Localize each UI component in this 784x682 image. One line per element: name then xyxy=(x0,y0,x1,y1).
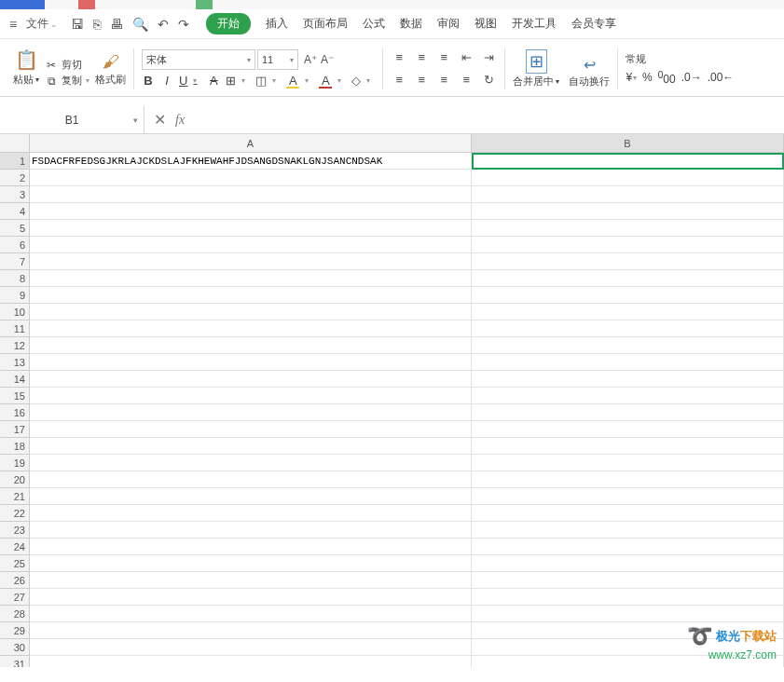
print-preview-icon[interactable]: 🔍 xyxy=(132,17,148,32)
cell[interactable] xyxy=(30,488,472,505)
cell[interactable] xyxy=(472,304,784,321)
cell[interactable] xyxy=(472,622,784,639)
row-header[interactable]: 13 xyxy=(0,354,30,371)
cell[interactable] xyxy=(30,589,472,606)
menu-icon[interactable]: ≡ xyxy=(7,17,19,32)
cell[interactable] xyxy=(472,639,784,656)
font-name-select[interactable]: 宋体▾ xyxy=(142,49,255,70)
cell[interactable] xyxy=(30,455,472,471)
cell[interactable] xyxy=(472,589,784,606)
row-header[interactable]: 7 xyxy=(0,253,30,270)
fx-icon[interactable]: fx xyxy=(175,113,185,128)
cell[interactable] xyxy=(30,321,472,337)
cell[interactable] xyxy=(472,488,784,505)
cell[interactable] xyxy=(472,371,784,388)
underline-button[interactable]: U▾ xyxy=(179,74,201,88)
select-all-corner[interactable] xyxy=(0,134,30,153)
cell[interactable] xyxy=(30,505,472,522)
cell[interactable] xyxy=(472,388,784,404)
row-header[interactable]: 10 xyxy=(0,304,30,321)
tab-data[interactable]: 数据 xyxy=(400,16,422,32)
tab-page-layout[interactable]: 页面布局 xyxy=(303,16,348,32)
row-header[interactable]: 27 xyxy=(0,589,30,606)
row-header[interactable]: 19 xyxy=(0,455,30,471)
cell[interactable] xyxy=(472,287,784,304)
tab-review[interactable]: 审阅 xyxy=(437,16,460,32)
indent-decrease-icon[interactable]: ⇤ xyxy=(458,50,475,64)
paste-button[interactable]: 📋 粘贴▾ xyxy=(13,48,39,89)
tab-formula[interactable]: 公式 xyxy=(363,16,385,32)
row-header[interactable]: 21 xyxy=(0,488,30,505)
cell[interactable] xyxy=(30,304,472,321)
cell[interactable] xyxy=(30,639,472,656)
formula-input[interactable] xyxy=(194,106,784,133)
row-header[interactable]: 1 xyxy=(0,153,30,170)
italic-button[interactable]: I xyxy=(160,74,173,88)
cell[interactable] xyxy=(30,622,472,639)
cell[interactable] xyxy=(30,287,472,304)
cell[interactable] xyxy=(30,388,472,404)
align-center-icon[interactable]: ≡ xyxy=(413,73,430,87)
style-button[interactable]: ◫▾ xyxy=(255,74,281,88)
cell[interactable] xyxy=(472,656,784,667)
cell[interactable] xyxy=(30,438,472,455)
cell[interactable] xyxy=(472,404,784,421)
undo-icon[interactable]: ↶ xyxy=(158,17,169,32)
cell[interactable] xyxy=(30,337,472,354)
row-header[interactable]: 23 xyxy=(0,522,30,539)
tab-view[interactable]: 视图 xyxy=(475,16,497,32)
row-header[interactable]: 18 xyxy=(0,438,30,455)
row-header[interactable]: 8 xyxy=(0,270,30,287)
tab-insert[interactable]: 插入 xyxy=(266,16,288,32)
cell[interactable] xyxy=(472,572,784,589)
tab-start[interactable]: 开始 xyxy=(206,13,251,34)
thousands-button[interactable]: 000 xyxy=(658,70,676,86)
save-icon[interactable]: 🖫 xyxy=(71,17,84,32)
cells-area[interactable]: FSDACFRFEDSGJKRLAJCKDSLAJFKHEWAHFJDSANGD… xyxy=(30,153,784,667)
row-header[interactable]: 12 xyxy=(0,337,30,354)
row-header[interactable]: 2 xyxy=(0,170,30,186)
cell[interactable] xyxy=(30,354,472,371)
font-color-button[interactable]: A▾ xyxy=(319,74,346,88)
increase-font-icon[interactable]: A⁺ xyxy=(304,53,317,66)
cell[interactable] xyxy=(472,220,784,237)
row-header[interactable]: 29 xyxy=(0,622,30,639)
cell[interactable] xyxy=(30,656,472,667)
merge-center-button[interactable]: ⊞ 合并居中▾ xyxy=(513,49,559,89)
file-menu[interactable]: 文件 ⌄ xyxy=(22,16,62,32)
chevron-down-icon[interactable]: ▾ xyxy=(133,116,138,125)
strikethrough-button[interactable]: A xyxy=(207,74,220,88)
cell[interactable] xyxy=(472,337,784,354)
redo-icon[interactable]: ↷ xyxy=(178,17,189,32)
cell[interactable] xyxy=(30,555,472,572)
cell[interactable] xyxy=(30,253,472,270)
name-box-input[interactable] xyxy=(6,114,138,127)
cell[interactable] xyxy=(30,170,472,186)
cell[interactable] xyxy=(30,606,472,622)
cell[interactable] xyxy=(30,186,472,203)
cell[interactable] xyxy=(472,471,784,488)
cell[interactable] xyxy=(30,572,472,589)
cell[interactable] xyxy=(30,471,472,488)
align-left-icon[interactable]: ≡ xyxy=(391,73,407,87)
row-header[interactable]: 26 xyxy=(0,572,30,589)
fill-color-button[interactable]: A▾ xyxy=(286,74,313,88)
border-button[interactable]: ⊞▾ xyxy=(226,74,250,88)
align-middle-icon[interactable]: ≡ xyxy=(413,50,430,64)
cell[interactable] xyxy=(472,522,784,539)
cell[interactable] xyxy=(30,203,472,220)
export-icon[interactable]: ⎘ xyxy=(93,17,101,32)
doc-tab[interactable] xyxy=(196,0,213,9)
cell[interactable] xyxy=(472,237,784,253)
bold-button[interactable]: B xyxy=(142,74,155,88)
align-right-icon[interactable]: ≡ xyxy=(435,73,452,87)
row-header[interactable]: 11 xyxy=(0,321,30,337)
increase-decimal-button[interactable]: .0→ xyxy=(681,71,702,84)
indent-increase-icon[interactable]: ⇥ xyxy=(480,50,497,64)
decrease-decimal-button[interactable]: .00← xyxy=(708,71,735,84)
percent-button[interactable]: % xyxy=(642,71,653,84)
spreadsheet-grid[interactable]: A B 123456789101112131415161718192021222… xyxy=(0,134,784,667)
number-format-label[interactable]: 常规 xyxy=(626,52,734,66)
cell[interactable] xyxy=(30,404,472,421)
row-header[interactable]: 14 xyxy=(0,371,30,388)
